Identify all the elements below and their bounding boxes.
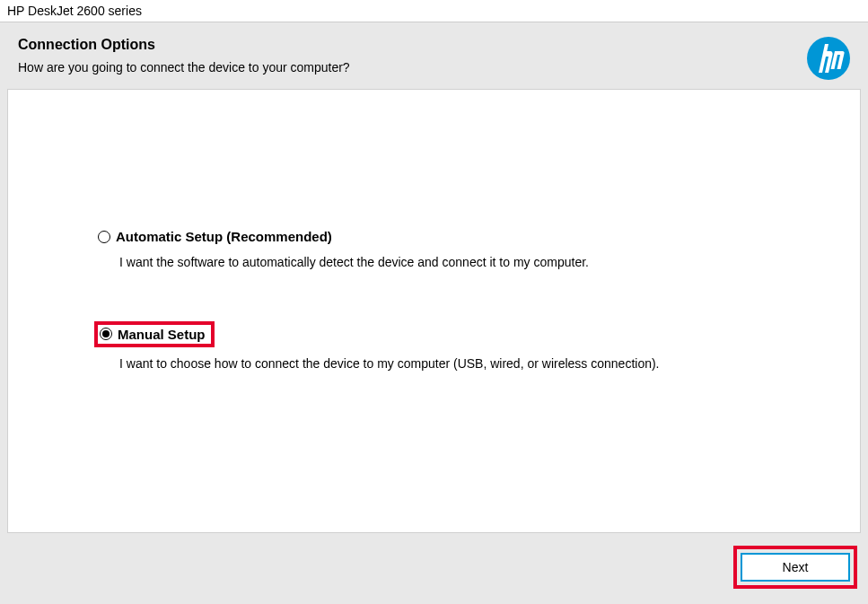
radio-automatic[interactable] bbox=[98, 231, 110, 243]
outer-container: Connection Options How are you going to … bbox=[0, 22, 868, 604]
options-group: Automatic Setup (Recommended) I want the… bbox=[8, 90, 860, 371]
next-button-highlight: Next bbox=[733, 546, 857, 589]
next-button[interactable]: Next bbox=[741, 553, 850, 582]
page-subtitle: How are you going to connect the device … bbox=[18, 60, 350, 74]
option-manual-label: Manual Setup bbox=[118, 327, 206, 342]
option-manual-head[interactable]: Manual Setup bbox=[94, 321, 215, 347]
footer: Next bbox=[733, 546, 857, 589]
window-title-bar: HP DeskJet 2600 series bbox=[0, 0, 868, 22]
option-automatic-desc: I want the software to automatically det… bbox=[119, 255, 860, 269]
window-title: HP DeskJet 2600 series bbox=[7, 4, 142, 18]
option-manual: Manual Setup I want to choose how to con… bbox=[98, 321, 860, 371]
option-automatic-label: Automatic Setup (Recommended) bbox=[116, 229, 332, 244]
page-title: Connection Options bbox=[18, 37, 350, 53]
footer-area: Next bbox=[0, 533, 868, 596]
radio-manual[interactable] bbox=[100, 328, 112, 340]
hp-logo-icon bbox=[807, 37, 850, 80]
option-automatic: Automatic Setup (Recommended) I want the… bbox=[98, 229, 860, 269]
option-manual-desc: I want to choose how to connect the devi… bbox=[119, 356, 860, 371]
option-automatic-head[interactable]: Automatic Setup (Recommended) bbox=[98, 229, 332, 244]
content-panel: Automatic Setup (Recommended) I want the… bbox=[7, 89, 861, 533]
header-text: Connection Options How are you going to … bbox=[18, 37, 350, 74]
header: Connection Options How are you going to … bbox=[0, 22, 868, 89]
